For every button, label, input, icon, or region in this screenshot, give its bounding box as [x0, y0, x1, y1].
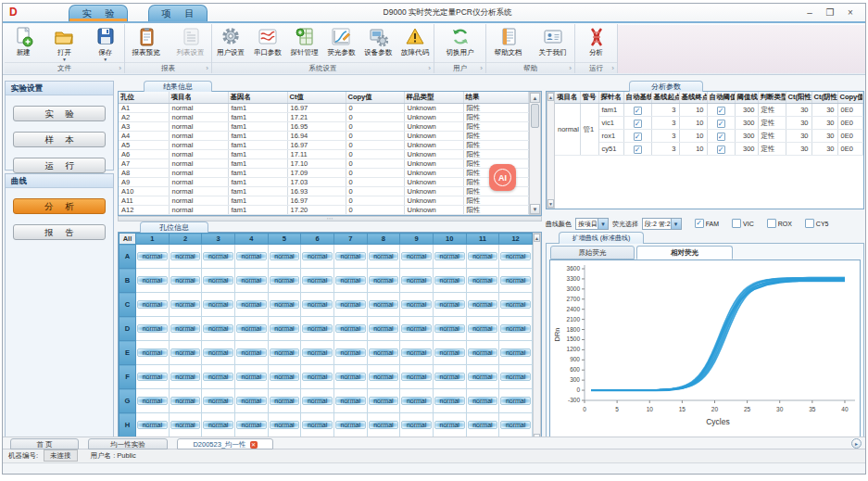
well-cell[interactable]: normal: [400, 269, 434, 293]
analysis-column-header[interactable]: 判断类型: [758, 92, 786, 104]
well-cell[interactable]: normal: [367, 389, 400, 413]
well-cell[interactable]: normal: [234, 341, 268, 365]
analysis-column-header[interactable]: Ct(阳性): [786, 92, 811, 104]
well-cell[interactable]: normal: [433, 269, 466, 293]
well-cell[interactable]: normal: [499, 269, 533, 293]
results-column-header[interactable]: 孔位: [119, 92, 169, 104]
ribbon-group-label-run[interactable]: 运行: [575, 62, 617, 73]
well-cell[interactable]: normal: [433, 293, 466, 317]
tab-experiment[interactable]: 实 验: [69, 5, 128, 21]
fluor-params-button[interactable]: 荧光参数: [323, 26, 360, 57]
wells-column-header[interactable]: 10: [433, 234, 466, 245]
well-cell[interactable]: normal: [169, 293, 202, 317]
table-row[interactable]: A9normalfam117.030Unknown阳性: [119, 178, 529, 187]
raw-fluorescence-tab[interactable]: 原始荧光: [550, 246, 635, 259]
wells-column-header[interactable]: 4: [234, 234, 268, 245]
well-cell[interactable]: normal: [333, 293, 367, 317]
well-cell[interactable]: normal: [466, 389, 499, 413]
tab-scroll-button[interactable]: ▸: [851, 438, 862, 449]
well-cell[interactable]: normal: [169, 269, 202, 293]
wells-row-header[interactable]: A: [120, 245, 136, 269]
checkbox-icon[interactable]: [634, 133, 642, 141]
well-cell[interactable]: normal: [499, 389, 533, 413]
well-cell[interactable]: normal: [268, 389, 301, 413]
well-cell[interactable]: normal: [466, 293, 499, 317]
well-cell[interactable]: normal: [400, 341, 434, 365]
channel-checkbox-fam[interactable]: FAM: [695, 219, 719, 228]
analysis-column-header[interactable]: 探针名: [598, 92, 623, 104]
well-cell[interactable]: normal: [301, 269, 334, 293]
well-cell[interactable]: normal: [268, 341, 301, 365]
wells-column-header[interactable]: 5: [268, 234, 301, 245]
report-preview-button[interactable]: 报表预览: [126, 26, 167, 57]
channel-checkbox-rox[interactable]: ROX: [767, 219, 792, 228]
checkbox-icon[interactable]: [732, 219, 741, 228]
table-row[interactable]: cy51310300定性30300E0: [555, 143, 863, 156]
well-cell[interactable]: normal: [202, 389, 235, 413]
well-cell[interactable]: normal: [499, 365, 533, 389]
well-cell[interactable]: normal: [202, 365, 235, 389]
wells-row-header[interactable]: C: [120, 293, 136, 317]
well-cell[interactable]: normal: [333, 245, 367, 269]
well-cell[interactable]: normal: [499, 413, 533, 437]
sidebar-item-sample[interactable]: 样 本: [13, 132, 106, 147]
analysis-panel-tab[interactable]: 分析参数: [629, 81, 703, 92]
well-cell[interactable]: normal: [433, 413, 466, 437]
save-button[interactable]: 保存 ▼: [87, 26, 124, 61]
well-cell[interactable]: normal: [234, 413, 268, 437]
table-row[interactable]: A3normalfam116.950Unknown阳性: [119, 122, 529, 132]
auto-threshold-checkbox[interactable]: [707, 130, 735, 143]
analysis-column-header[interactable]: 自动基线: [623, 92, 651, 104]
table-row[interactable]: B1normalfam117.090Unknown阳性: [119, 215, 529, 216]
channel-checkbox-cy5[interactable]: CY5: [805, 219, 829, 228]
results-panel-tab[interactable]: 结果信息: [144, 81, 212, 92]
well-cell[interactable]: normal: [234, 389, 268, 413]
wells-corner-cell[interactable]: All: [120, 234, 136, 245]
table-row[interactable]: rox1310300定性30300E0: [555, 130, 863, 143]
list-settings-button[interactable]: 列表设置: [170, 26, 211, 57]
well-cell[interactable]: normal: [202, 293, 235, 317]
wells-row-header[interactable]: E: [120, 341, 136, 365]
well-cell[interactable]: normal: [499, 317, 533, 341]
well-cell[interactable]: normal: [136, 341, 170, 365]
well-cell[interactable]: normal: [234, 317, 268, 341]
ribbon-group-label-help[interactable]: 帮助: [486, 62, 574, 73]
ribbon-group-label-system[interactable]: 系统设置: [212, 62, 434, 73]
analysis-column-header[interactable]: 基线起点: [651, 92, 679, 104]
wells-column-header[interactable]: 12: [499, 234, 533, 245]
well-cell[interactable]: normal: [136, 389, 170, 413]
results-column-header[interactable]: Copy值: [346, 92, 404, 104]
well-cell[interactable]: normal: [433, 317, 466, 341]
tab-open-file[interactable]: D200523_均一性✕: [177, 438, 273, 449]
close-tab-icon[interactable]: ✕: [250, 441, 258, 449]
well-cell[interactable]: normal: [136, 293, 170, 317]
table-row[interactable]: A12normalfam117.200Unknown阳性: [119, 206, 529, 215]
well-cell[interactable]: normal: [234, 293, 268, 317]
well-cell[interactable]: normal: [367, 245, 400, 269]
well-cell[interactable]: normal: [202, 269, 235, 293]
analysis-column-header[interactable]: 项目名: [555, 92, 580, 104]
table-row[interactable]: normal管1fam1310300定性30300E0: [555, 104, 863, 117]
wells-panel-tab[interactable]: 孔位信息: [140, 222, 208, 233]
table-row[interactable]: A8normalfam117.090Unknown阳性: [119, 169, 529, 178]
table-row[interactable]: A6normalfam117.110Unknown阳性: [119, 150, 529, 159]
analysis-vertical-scrollbar[interactable]: ▲ ▼: [547, 92, 555, 209]
well-cell[interactable]: normal: [301, 245, 334, 269]
table-row[interactable]: A10normalfam116.930Unknown阳性: [119, 187, 529, 196]
well-cell[interactable]: normal: [301, 293, 334, 317]
auto-threshold-checkbox[interactable]: [707, 143, 735, 156]
table-row[interactable]: A4normalfam116.940Unknown阳性: [119, 132, 529, 141]
well-cell[interactable]: normal: [202, 413, 235, 437]
well-cell[interactable]: normal: [301, 389, 334, 413]
well-cell[interactable]: normal: [234, 365, 268, 389]
well-cell[interactable]: normal: [367, 413, 400, 437]
well-cell[interactable]: normal: [333, 341, 367, 365]
well-cell[interactable]: normal: [400, 317, 434, 341]
checkbox-icon[interactable]: [805, 219, 814, 228]
minimize-icon[interactable]: –: [802, 6, 817, 19]
well-cell[interactable]: normal: [202, 341, 235, 365]
checkbox-icon[interactable]: [717, 133, 725, 141]
well-cell[interactable]: normal: [466, 245, 499, 269]
well-cell[interactable]: normal: [169, 341, 202, 365]
results-vertical-scrollbar[interactable]: ▲ ▼: [529, 92, 541, 215]
